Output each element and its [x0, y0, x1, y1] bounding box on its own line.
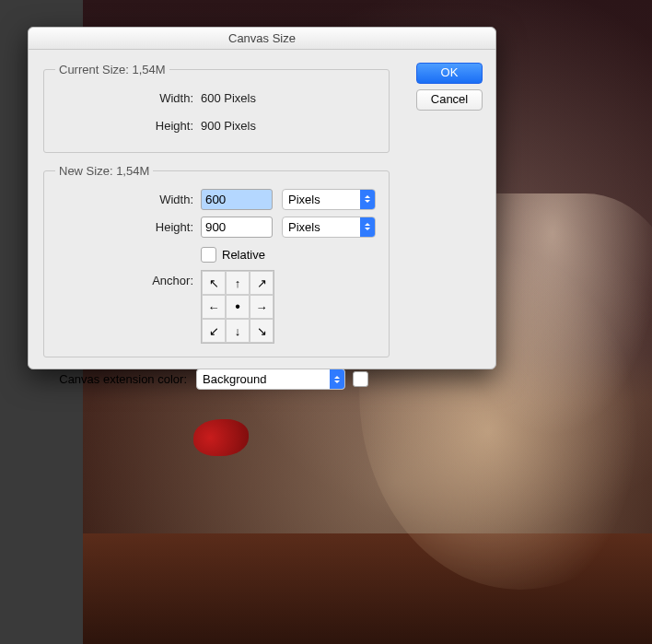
chevron-updown-icon	[360, 190, 375, 209]
cancel-button[interactable]: Cancel	[416, 89, 483, 111]
anchor-label: Anchor:	[55, 270, 201, 287]
anchor-center[interactable]: •	[226, 295, 250, 319]
anchor-w[interactable]: ←	[202, 295, 226, 319]
extension-color-value: Background	[203, 372, 266, 386]
chevron-updown-icon	[360, 217, 375, 237]
arrow-down-right-icon: ↘	[257, 325, 267, 337]
current-height-label: Height:	[55, 119, 201, 133]
extension-color-select[interactable]: Background	[196, 369, 345, 390]
extension-color-swatch[interactable]	[353, 371, 368, 387]
canvas-size-dialog: Canvas Size OK Cancel Current Size: 1,54…	[28, 27, 496, 369]
anchor-se[interactable]: ↘	[250, 319, 274, 343]
current-height-value: 900 Pixels	[201, 119, 256, 133]
anchor-sw[interactable]: ↙	[202, 319, 226, 343]
new-size-group: New Size: 1,54M Width: Pixels Height: Pi…	[43, 164, 390, 357]
current-size-group: Current Size: 1,54M Width: 600 Pixels He…	[43, 63, 390, 153]
new-height-label: Height:	[55, 220, 201, 234]
new-width-label: Width:	[55, 193, 201, 206]
new-width-unit-value: Pixels	[288, 193, 320, 206]
current-width-value: 600 Pixels	[201, 91, 256, 105]
anchor-ne[interactable]: ↗	[250, 271, 274, 295]
anchor-grid[interactable]: ↖ ↑ ↗ ← • → ↙ ↓ ↘	[201, 270, 274, 344]
ok-button[interactable]: OK	[416, 63, 483, 84]
arrow-up-left-icon: ↖	[209, 277, 219, 289]
current-width-label: Width:	[55, 91, 201, 105]
relative-checkbox[interactable]	[201, 247, 216, 263]
photo-flower	[193, 419, 249, 456]
arrow-down-left-icon: ↙	[209, 325, 219, 337]
new-width-input[interactable]	[201, 189, 273, 210]
app-stage: Canvas Size OK Cancel Current Size: 1,54…	[0, 0, 652, 644]
arrow-down-icon: ↓	[235, 325, 241, 337]
dot-icon: •	[235, 299, 240, 314]
new-width-unit-select[interactable]: Pixels	[282, 189, 376, 210]
anchor-s[interactable]: ↓	[226, 319, 250, 343]
extension-color-label: Canvas extension color:	[43, 372, 196, 386]
arrow-up-icon: ↑	[235, 277, 241, 289]
relative-label: Relative	[222, 248, 265, 262]
new-height-unit-select[interactable]: Pixels	[282, 217, 376, 238]
new-height-unit-value: Pixels	[288, 220, 320, 234]
anchor-e[interactable]: →	[250, 295, 274, 319]
new-size-legend: New Size: 1,54M	[55, 164, 153, 178]
current-size-legend: Current Size: 1,54M	[55, 63, 169, 76]
anchor-n[interactable]: ↑	[226, 271, 250, 295]
arrow-left-icon: ←	[208, 301, 220, 313]
chevron-updown-icon	[330, 369, 344, 389]
anchor-nw[interactable]: ↖	[202, 271, 226, 295]
arrow-right-icon: →	[256, 301, 268, 313]
new-height-input[interactable]	[201, 217, 273, 238]
dialog-title: Canvas Size	[29, 28, 495, 50]
arrow-up-right-icon: ↗	[257, 277, 267, 289]
